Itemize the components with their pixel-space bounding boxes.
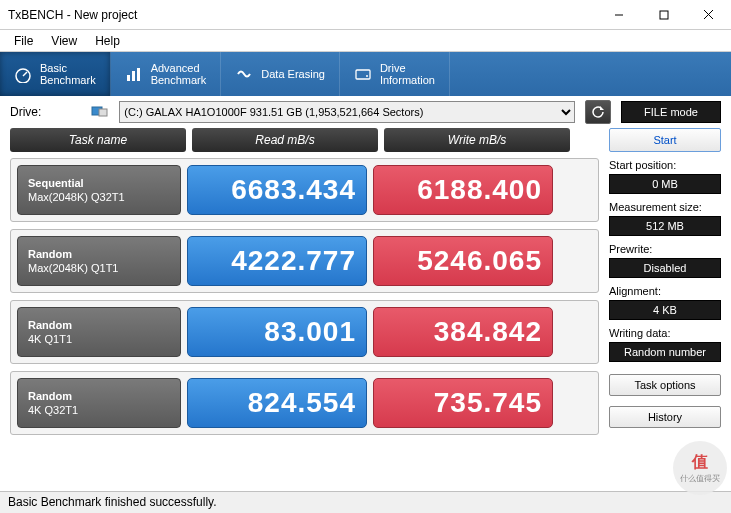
- task-name: SequentialMax(2048K) Q32T1: [17, 165, 181, 215]
- menubar: File View Help: [0, 30, 731, 52]
- svg-rect-12: [99, 109, 107, 116]
- writing-data-label: Writing data:: [609, 327, 721, 339]
- header-read: Read mB/s: [192, 128, 378, 152]
- menu-file[interactable]: File: [6, 32, 41, 50]
- history-button[interactable]: History: [609, 406, 721, 428]
- start-button[interactable]: Start: [609, 128, 721, 152]
- benchmark-results: Task name Read mB/s Write mB/s Sequentia…: [10, 128, 599, 442]
- window-controls: [596, 0, 731, 29]
- drivebar: Drive: (C:) GALAX HA1O1000F 931.51 GB (1…: [0, 96, 731, 128]
- minimize-button[interactable]: [596, 0, 641, 29]
- drive-icon: [354, 65, 372, 83]
- file-mode-button[interactable]: FILE mode: [621, 101, 721, 123]
- read-value: 6683.434: [187, 165, 367, 215]
- prewrite-label: Prewrite:: [609, 243, 721, 255]
- write-value: 5246.065: [373, 236, 553, 286]
- tab-data-erasing[interactable]: Data Erasing: [221, 52, 340, 96]
- alignment-value[interactable]: 4 KB: [609, 300, 721, 320]
- tab-basic-benchmark[interactable]: BasicBenchmark: [0, 52, 111, 96]
- start-position-value[interactable]: 0 MB: [609, 174, 721, 194]
- header-write: Write mB/s: [384, 128, 570, 152]
- sidebar: Start Start position: 0 MB Measurement s…: [609, 128, 721, 442]
- task-name: RandomMax(2048K) Q1T1: [17, 236, 181, 286]
- menu-view[interactable]: View: [43, 32, 85, 50]
- menu-help[interactable]: Help: [87, 32, 128, 50]
- result-row: Random4K Q32T1824.554735.745: [10, 371, 599, 435]
- task-name: Random4K Q1T1: [17, 307, 181, 357]
- refresh-button[interactable]: [585, 100, 611, 124]
- result-row: Random4K Q1T183.001384.842: [10, 300, 599, 364]
- write-value: 735.745: [373, 378, 553, 428]
- task-name: Random4K Q32T1: [17, 378, 181, 428]
- task-options-button[interactable]: Task options: [609, 374, 721, 396]
- tab-advanced-benchmark[interactable]: AdvancedBenchmark: [111, 52, 222, 96]
- tabbar: BasicBenchmark AdvancedBenchmark Data Er…: [0, 52, 731, 96]
- window-title: TxBENCH - New project: [8, 8, 596, 22]
- close-button[interactable]: [686, 0, 731, 29]
- svg-rect-1: [660, 11, 668, 19]
- watermark: 值 什么值得买: [673, 441, 727, 495]
- drive-select[interactable]: (C:) GALAX HA1O1000F 931.51 GB (1,953,52…: [119, 101, 575, 123]
- result-row: SequentialMax(2048K) Q32T16683.4346188.4…: [10, 158, 599, 222]
- measurement-size-value[interactable]: 512 MB: [609, 216, 721, 236]
- statusbar: Basic Benchmark finished successfully.: [0, 491, 731, 513]
- tab-drive-information[interactable]: DriveInformation: [340, 52, 450, 96]
- chart-icon: [125, 65, 143, 83]
- svg-rect-9: [356, 70, 370, 79]
- read-value: 83.001: [187, 307, 367, 357]
- titlebar: TxBENCH - New project: [0, 0, 731, 30]
- gauge-icon: [14, 65, 32, 83]
- write-value: 384.842: [373, 307, 553, 357]
- drive-icon: [91, 104, 109, 121]
- writing-data-value[interactable]: Random number: [609, 342, 721, 362]
- alignment-label: Alignment:: [609, 285, 721, 297]
- read-value: 824.554: [187, 378, 367, 428]
- prewrite-value[interactable]: Disabled: [609, 258, 721, 278]
- maximize-button[interactable]: [641, 0, 686, 29]
- svg-point-10: [366, 75, 368, 77]
- result-row: RandomMax(2048K) Q1T14222.7775246.065: [10, 229, 599, 293]
- write-value: 6188.400: [373, 165, 553, 215]
- svg-rect-7: [132, 71, 135, 81]
- drive-label: Drive:: [10, 105, 41, 119]
- measurement-size-label: Measurement size:: [609, 201, 721, 213]
- svg-line-5: [23, 72, 27, 76]
- start-position-label: Start position:: [609, 159, 721, 171]
- svg-rect-8: [137, 68, 140, 81]
- svg-rect-6: [127, 75, 130, 81]
- read-value: 4222.777: [187, 236, 367, 286]
- erase-icon: [235, 65, 253, 83]
- header-task: Task name: [10, 128, 186, 152]
